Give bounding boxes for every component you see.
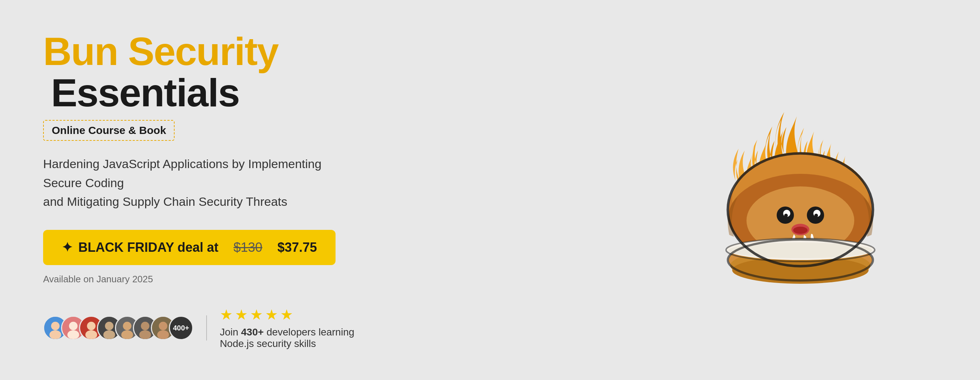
svg-point-39 — [815, 214, 818, 217]
svg-point-20 — [158, 330, 169, 339]
original-price: $130 — [234, 240, 262, 255]
svg-point-4 — [69, 322, 78, 331]
star-1: ★ — [220, 306, 233, 323]
hero-section: Bun Security Essentials Online Course & … — [0, 0, 980, 380]
star-3: ★ — [250, 306, 263, 323]
bun-mascot-illustration — [693, 73, 908, 307]
course-type-badge: Online Course & Book — [43, 120, 175, 141]
vertical-divider — [206, 315, 207, 340]
svg-point-16 — [141, 322, 150, 331]
join-text: Join 430+ developers learning Node.js se… — [220, 326, 366, 350]
star-5: ★ — [280, 306, 293, 323]
join-bold: 430+ — [241, 326, 264, 338]
svg-point-19 — [159, 322, 167, 331]
sale-price: $37.75 — [277, 240, 317, 255]
avatars-group: 400+ — [43, 316, 193, 340]
title-black: Essentials — [51, 72, 239, 113]
cta-text: BLACK FRIDAY deal at — [78, 240, 218, 255]
availability-text: Available on January 2025 — [43, 274, 366, 285]
title-colored: Bun Security — [43, 30, 278, 72]
svg-point-5 — [68, 330, 80, 339]
left-content: Bun Security Essentials Online Course & … — [43, 30, 366, 350]
cta-button[interactable]: ✦ BLACK FRIDAY deal at $130 $37.75 — [43, 230, 336, 265]
star-2: ★ — [235, 306, 248, 323]
svg-point-8 — [86, 330, 97, 339]
avatar-count-badge: 400+ — [169, 316, 193, 340]
ratings-section: ★ ★ ★ ★ ★ Join 430+ developers learning … — [220, 306, 366, 350]
subtitle: Hardening JavaScript Applications by Imp… — [43, 154, 338, 211]
svg-point-13 — [123, 322, 132, 331]
join-prefix: Join — [220, 326, 241, 338]
sparkle-icon: ✦ — [62, 240, 73, 255]
svg-point-7 — [87, 322, 95, 331]
svg-point-11 — [103, 330, 115, 339]
svg-point-17 — [139, 330, 151, 339]
social-proof: 400+ ★ ★ ★ ★ ★ Join 430+ developers lear… — [43, 306, 366, 350]
svg-point-36 — [784, 214, 788, 217]
subtitle-line1: Hardening JavaScript Applications by Imp… — [43, 157, 321, 190]
svg-point-1 — [51, 322, 60, 331]
badge-container: Online Course & Book — [43, 120, 366, 141]
star-4: ★ — [265, 306, 278, 323]
svg-point-2 — [49, 330, 61, 339]
svg-point-41 — [793, 227, 808, 234]
page-title: Bun Security Essentials — [43, 30, 366, 113]
subtitle-line2: and Mitigating Supply Chain Security Thr… — [43, 195, 287, 208]
svg-point-10 — [105, 322, 113, 331]
stars-row: ★ ★ ★ ★ ★ — [220, 306, 366, 323]
svg-point-14 — [121, 330, 133, 339]
mascot-container — [678, 64, 923, 316]
